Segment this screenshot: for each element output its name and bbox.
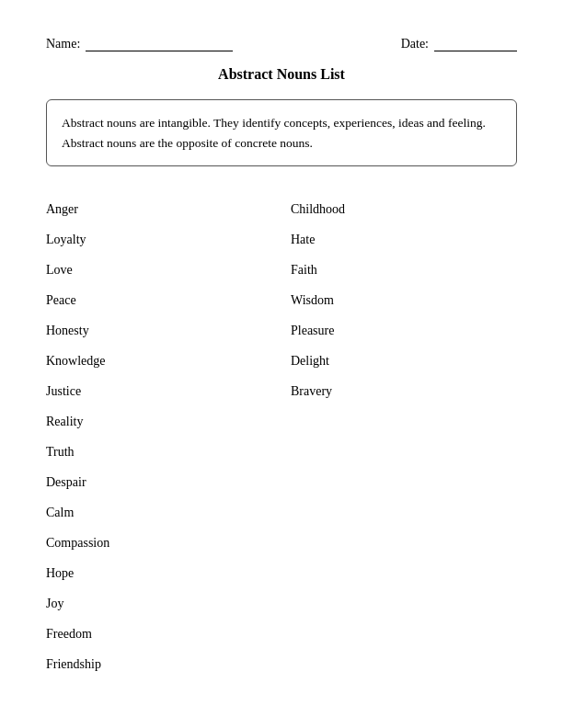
list-item: Wisdom xyxy=(282,285,517,315)
list-item: Knowledge xyxy=(46,346,282,376)
nouns-column-2: ChildhoodHateFaithWisdomPleasureDelightB… xyxy=(282,194,517,679)
list-item: Love xyxy=(46,255,282,285)
nouns-column-1: AngerLoyaltyLovePeaceHonestyKnowledgeJus… xyxy=(46,194,282,679)
name-input-line xyxy=(86,37,233,51)
date-label: Date: xyxy=(401,37,429,51)
name-label: Name: xyxy=(46,37,80,51)
list-item: Delight xyxy=(282,346,517,376)
list-item: Reality xyxy=(46,406,282,437)
list-item: Despair xyxy=(46,467,282,497)
list-item: Hope xyxy=(46,558,282,588)
list-item: Justice xyxy=(46,376,282,406)
list-item: Honesty xyxy=(46,315,282,346)
list-item: Joy xyxy=(46,588,282,619)
header-row: Name: Date: xyxy=(46,37,517,51)
list-item: Peace xyxy=(46,285,282,315)
list-item: Freedom xyxy=(46,619,282,649)
page-title: Abstract Nouns List xyxy=(46,66,517,83)
list-item: Calm xyxy=(46,497,282,528)
nouns-section: AngerLoyaltyLovePeaceHonestyKnowledgeJus… xyxy=(46,194,517,679)
list-item: Anger xyxy=(46,194,282,224)
list-item: Loyalty xyxy=(46,224,282,255)
list-item: Friendship xyxy=(46,649,282,679)
date-field: Date: xyxy=(401,37,517,51)
list-item: Childhood xyxy=(282,194,517,224)
date-input-line xyxy=(434,37,517,51)
name-field: Name: xyxy=(46,37,233,51)
list-item: Pleasure xyxy=(282,315,517,346)
list-item: Bravery xyxy=(282,376,517,406)
list-item: Truth xyxy=(46,437,282,467)
list-item: Compassion xyxy=(46,528,282,558)
list-item: Faith xyxy=(282,255,517,285)
description-box: Abstract nouns are intangible. They iden… xyxy=(46,99,517,166)
list-item: Hate xyxy=(282,224,517,255)
